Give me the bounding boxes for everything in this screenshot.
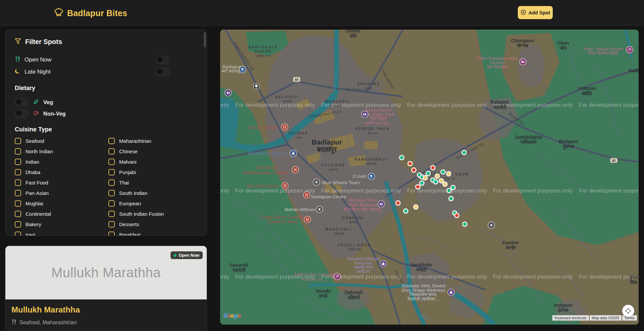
train-station-poi[interactable]: [254, 84, 259, 89]
map-label: Barrage RiverPoint Badlapurबॅरेज रिवर पॉ…: [343, 198, 383, 212]
open-now-badge: Open Now: [170, 251, 203, 259]
spot-marker[interactable]: [426, 171, 431, 176]
cuisine-checkbox-maharashtrian[interactable]: Maharashtrian: [108, 138, 197, 144]
pan-control-button[interactable]: [622, 305, 634, 317]
cuisine-checkbox-irani[interactable]: Irani: [15, 232, 108, 236]
non-veg-toggle[interactable]: [15, 110, 29, 118]
veg-toggle[interactable]: [15, 98, 29, 107]
spot-marker[interactable]: [447, 172, 451, 176]
cuisine-checkbox-north-indian[interactable]: North Indian: [15, 148, 108, 155]
checkbox-icon[interactable]: [15, 200, 21, 207]
spot-marker[interactable]: [396, 201, 400, 205]
cuisine-checkbox-punjabi[interactable]: Punjabi: [108, 169, 197, 175]
spot-marker[interactable]: [435, 174, 440, 178]
map-watermark: For development purposes only: [235, 102, 315, 108]
cuisine-checkbox-continental[interactable]: Continental: [15, 211, 108, 217]
checkbox-icon[interactable]: [15, 148, 21, 155]
cuisine-checkbox-malvani[interactable]: Malvani: [108, 159, 197, 165]
spot-marker[interactable]: [431, 166, 435, 170]
checkbox-icon[interactable]: [108, 169, 115, 175]
cuisine-checkbox-european[interactable]: European: [108, 200, 197, 207]
map-label: D mart: [353, 174, 366, 179]
cuisine-checkbox-pan-asian[interactable]: Pan-Asian: [15, 190, 108, 196]
checkbox-icon[interactable]: [15, 232, 21, 236]
spot-marker[interactable]: [404, 209, 408, 213]
checkbox-icon[interactable]: [108, 211, 115, 217]
route-80-shield: 80: [293, 77, 300, 82]
spot-marker[interactable]: [434, 180, 438, 184]
cuisine-checkbox-mughlai[interactable]: Mughlai: [15, 200, 108, 207]
map-label: Blue Wheels Tours: [322, 180, 360, 185]
spot-marker[interactable]: [408, 162, 412, 166]
generic-poi[interactable]: [488, 222, 495, 229]
add-spot-button[interactable]: Add Spot: [518, 6, 553, 19]
map-label: Wadapaw Centre: [311, 194, 346, 199]
spot-marker[interactable]: [449, 197, 453, 201]
meat-icon: [33, 110, 39, 117]
leaf-icon: [33, 99, 39, 106]
cuisine-label: Dhaba: [26, 169, 40, 175]
map-watermark: For development purposes only: [493, 274, 573, 280]
spot-marker[interactable]: [439, 179, 444, 183]
spot-marker[interactable]: [416, 185, 420, 189]
checkbox-icon[interactable]: [108, 148, 115, 155]
checkbox-icon[interactable]: [108, 138, 115, 144]
cuisine-checkbox-seafood[interactable]: Seafood: [15, 138, 108, 144]
cuisine-label: Bakery: [26, 221, 41, 227]
cuisine-checkbox-thai[interactable]: Thai: [108, 179, 197, 186]
cuisine-label: Fast Food: [26, 180, 48, 185]
cuisine-checkbox-indian[interactable]: Indian: [15, 159, 108, 165]
generic-poi[interactable]: [316, 206, 323, 213]
cuisine-checkbox-fast-food[interactable]: Fast Food: [15, 179, 108, 186]
spot-marker[interactable]: [462, 151, 466, 155]
open-now-toggle[interactable]: [156, 56, 170, 64]
spot-marker[interactable]: [455, 213, 459, 218]
add-spot-label: Add Spot: [529, 10, 550, 15]
map-label: मांकिवली: [333, 232, 344, 236]
chef-hat-icon: [54, 7, 64, 19]
checkbox-icon[interactable]: [15, 169, 21, 175]
checkbox-icon[interactable]: [108, 159, 115, 165]
map-label: Mohan Willows: [285, 207, 315, 212]
panel-scrollbar[interactable]: [204, 32, 206, 47]
spot-marker[interactable]: [443, 182, 447, 187]
checkbox-icon[interactable]: [108, 221, 115, 227]
cuisine-checkbox-bakery[interactable]: Bakery: [15, 221, 108, 227]
checkbox-icon[interactable]: [15, 138, 21, 144]
checkbox-icon[interactable]: [15, 190, 21, 196]
attribution-keyboard-shortcuts[interactable]: Keyboard shortcuts: [552, 315, 589, 321]
checkbox-icon[interactable]: [108, 190, 115, 196]
spot-marker[interactable]: [400, 156, 404, 160]
spot-card-body: Mullukh Marathha Seafood, Maharashtrian: [5, 299, 207, 326]
spot-marker[interactable]: [441, 170, 445, 174]
checkbox-icon[interactable]: [108, 179, 115, 186]
spot-marker[interactable]: [420, 181, 424, 185]
checkbox-icon[interactable]: [15, 159, 21, 165]
google-logo[interactable]: Google: [224, 313, 241, 319]
cuisine-checkbox-dhaba[interactable]: Dhaba: [15, 169, 108, 175]
spot-marker[interactable]: [412, 168, 416, 172]
checkbox-icon[interactable]: [15, 179, 21, 186]
spot-marker[interactable]: [447, 189, 451, 193]
spot-marker[interactable]: [423, 176, 428, 180]
cuisine-checkbox-south-indian-fusion[interactable]: South Indian Fusion: [108, 211, 197, 217]
dietary-heading: Dietary: [15, 85, 197, 92]
checkbox-icon[interactable]: [108, 200, 115, 207]
generic-poi[interactable]: [313, 179, 320, 185]
cuisine-checkbox-desserts[interactable]: Desserts: [108, 221, 197, 227]
attribution-map-data-2025[interactable]: Map data ©2025: [590, 315, 622, 321]
spot-card[interactable]: Mullukh Marathha Open Now Mullukh Marath…: [5, 246, 207, 331]
cuisine-label: Indian: [26, 159, 39, 165]
spot-marker[interactable]: [414, 205, 418, 209]
map[interactable]: For development purposes onlyFor develop…: [220, 30, 639, 325]
checkbox-icon[interactable]: [15, 221, 21, 227]
checkbox-icon[interactable]: [15, 211, 21, 217]
late-night-toggle[interactable]: [156, 68, 170, 76]
checkbox-icon[interactable]: [108, 232, 115, 236]
map-label: Redballoon Events: [248, 151, 286, 156]
spot-marker[interactable]: [451, 185, 455, 190]
cuisine-checkbox-breakfast[interactable]: Breakfast: [108, 232, 197, 236]
cuisine-checkbox-south-indian[interactable]: South Indian: [108, 190, 197, 196]
spot-marker[interactable]: [463, 222, 467, 226]
cuisine-checkbox-chinese[interactable]: Chinese: [108, 148, 197, 155]
